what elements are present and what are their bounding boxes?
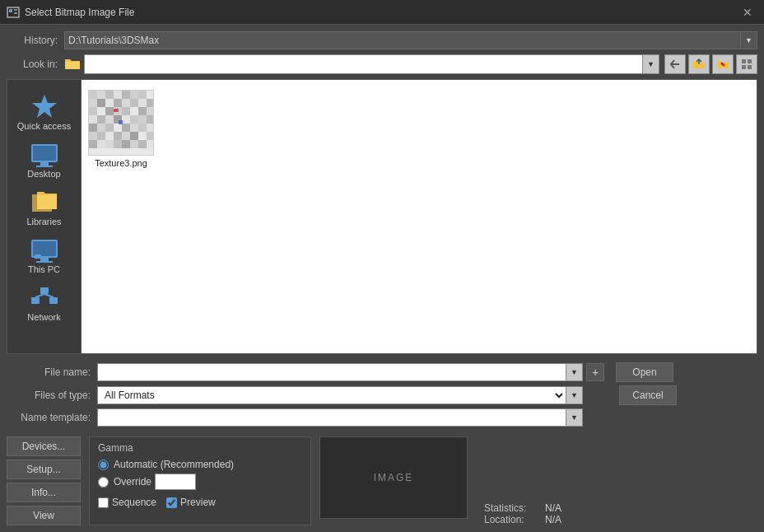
filename-combo-arrow[interactable]: ▼ [566, 363, 583, 381]
svg-rect-25 [89, 91, 97, 99]
filetype-combo-arrow[interactable]: ▼ [566, 386, 583, 404]
form-area: File name: ▼ + Open Files of type: All F… [7, 359, 757, 433]
svg-rect-31 [138, 91, 147, 99]
dialog-title: Select Bitmap Image File [25, 7, 738, 18]
svg-rect-50 [97, 115, 105, 124]
svg-rect-34 [97, 99, 105, 107]
svg-rect-20 [49, 297, 58, 304]
svg-rect-79 [138, 140, 147, 148]
svg-rect-36 [114, 99, 122, 107]
file-browser[interactable]: Texture3.png [81, 79, 757, 354]
file-item-texture3[interactable]: Texture3.png [88, 86, 154, 171]
gamma-title: Gamma [98, 442, 302, 454]
svg-rect-18 [35, 254, 41, 259]
svg-rect-42 [97, 107, 105, 115]
svg-rect-19 [31, 297, 40, 304]
svg-rect-48 [147, 107, 153, 115]
nametemplate-row: Name template: ▼ [7, 408, 757, 427]
svg-rect-35 [105, 99, 114, 107]
close-button[interactable]: ✕ [738, 2, 757, 22]
lookin-row: Look in: 3DSMax ▼ [7, 54, 757, 74]
svg-rect-77 [122, 140, 130, 148]
override-radio[interactable] [98, 477, 109, 488]
svg-rect-40 [147, 99, 153, 107]
svg-rect-70 [130, 132, 138, 140]
sidebar-item-quick-access[interactable]: Quick access [12, 88, 77, 136]
svg-rect-60 [114, 124, 122, 132]
preview-checkbox[interactable] [166, 497, 177, 508]
override-radio-row: Override 1.0 [98, 474, 302, 490]
lookin-label: Look in: [7, 58, 64, 70]
gamma-section: Gamma Automatic (Recommended) Override 1… [89, 436, 311, 525]
svg-rect-12 [40, 162, 49, 166]
svg-rect-13 [36, 166, 53, 167]
svg-rect-63 [138, 124, 147, 132]
view-button[interactable]: View [7, 506, 81, 525]
preview-label: IMAGE [374, 472, 414, 483]
view-options-button[interactable] [736, 54, 757, 74]
setup-button[interactable]: Setup... [7, 460, 81, 479]
svg-rect-15 [33, 241, 56, 256]
history-combo-arrow[interactable]: ▼ [741, 31, 757, 49]
location-row: Location: N/A [484, 514, 757, 525]
sequence-checkbox[interactable] [98, 497, 109, 508]
sidebar-item-this-pc[interactable]: This PC [12, 233, 77, 279]
svg-rect-76 [114, 140, 122, 148]
nametemplate-combo-arrow[interactable]: ▼ [566, 408, 583, 427]
svg-rect-57 [89, 124, 97, 132]
svg-rect-28 [114, 91, 122, 99]
automatic-radio-label: Automatic (Recommended) [114, 459, 234, 470]
sidebar-item-desktop[interactable]: Desktop [12, 138, 77, 184]
folder-up-button[interactable] [688, 54, 710, 74]
svg-rect-82 [119, 120, 123, 124]
history-combo[interactable]: D:\Tutorials\3DSMax [64, 31, 741, 49]
sidebar-item-label-libraries: Libraries [26, 217, 61, 226]
filename-row: File name: ▼ + Open [7, 362, 757, 382]
sidebar-item-network[interactable]: Network [12, 281, 77, 327]
svg-rect-43 [105, 107, 114, 115]
svg-rect-3 [14, 12, 17, 14]
plus-button[interactable]: + [586, 363, 604, 381]
svg-rect-74 [97, 140, 105, 148]
cancel-button[interactable]: Cancel [619, 385, 677, 405]
svg-rect-66 [97, 132, 105, 140]
svg-rect-59 [105, 124, 114, 132]
title-bar: Select Bitmap Image File ✕ [0, 0, 764, 25]
lookin-combo-arrow[interactable]: ▼ [643, 54, 659, 74]
svg-rect-1 [9, 9, 12, 12]
svg-rect-78 [130, 140, 138, 148]
dialog-icon [7, 6, 20, 19]
new-folder-button[interactable]: ✎ [712, 54, 734, 74]
automatic-radio[interactable] [98, 460, 109, 470]
filetype-select[interactable]: All Formats [97, 386, 566, 404]
main-area: Quick access Desktop Libraries [7, 79, 757, 354]
filename-input[interactable] [97, 363, 566, 381]
svg-line-23 [44, 294, 54, 297]
file-name: Texture3.png [95, 158, 147, 168]
sidebar-item-label-network: Network [27, 312, 60, 322]
svg-rect-26 [97, 91, 105, 99]
lookin-input[interactable]: 3DSMax [84, 54, 643, 74]
svg-rect-7 [742, 65, 746, 69]
open-button[interactable]: Open [616, 362, 673, 382]
checkbox-row: Sequence Preview [98, 497, 302, 508]
svg-rect-33 [89, 99, 97, 107]
devices-button[interactable]: Devices... [7, 436, 81, 456]
svg-rect-17 [36, 261, 53, 263]
svg-rect-27 [105, 91, 114, 99]
back-button[interactable] [664, 54, 686, 74]
svg-rect-21 [40, 287, 49, 294]
override-value-input[interactable]: 1.0 [155, 474, 196, 490]
svg-rect-58 [97, 124, 105, 132]
svg-rect-80 [147, 140, 153, 148]
svg-rect-5 [742, 59, 746, 63]
svg-rect-49 [89, 115, 97, 124]
svg-rect-46 [130, 107, 138, 115]
info-button[interactable]: Info... [7, 483, 81, 502]
svg-rect-73 [89, 140, 97, 148]
nametemplate-input[interactable] [97, 408, 566, 427]
sidebar-item-libraries[interactable]: Libraries [12, 185, 77, 231]
svg-marker-9 [32, 95, 57, 118]
stats-section: Statistics: N/A Location: N/A [476, 436, 757, 525]
svg-rect-8 [748, 65, 752, 69]
